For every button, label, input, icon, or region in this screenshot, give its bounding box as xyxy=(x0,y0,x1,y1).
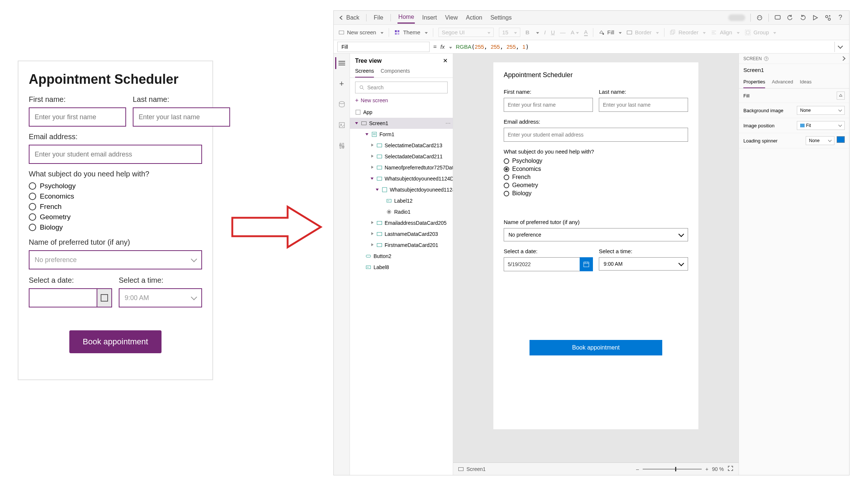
chevron-right-icon[interactable] xyxy=(841,57,845,60)
back-button[interactable]: Back xyxy=(339,14,360,21)
reorder-button[interactable]: Reorder xyxy=(670,29,706,35)
app-time-select[interactable]: 9:00 AM xyxy=(599,257,688,271)
tree-search-input[interactable]: Search xyxy=(355,82,448,93)
property-selector[interactable]: Fill xyxy=(337,42,430,52)
tree-tab-components[interactable]: Components xyxy=(381,68,410,78)
new-screen-button[interactable]: New screen xyxy=(339,29,383,35)
fx-dropdown[interactable] xyxy=(448,44,452,50)
tree-item-subject[interactable]: Whatsubjectdoyouneed1124DataCar… xyxy=(350,173,453,184)
align-button[interactable]: Align xyxy=(711,29,739,35)
tutor-select[interactable]: No preference xyxy=(29,250,202,269)
app-book-button[interactable]: Book appointment xyxy=(530,340,662,355)
tree-item-selecttime[interactable]: SelectatimeDataCard213 xyxy=(350,140,453,151)
prop-bg-select[interactable]: None xyxy=(797,106,845,115)
tree-item-label12[interactable]: Label12 xyxy=(350,195,453,206)
time-select[interactable]: 9:00 AM xyxy=(119,288,202,307)
app-radio-biology[interactable] xyxy=(504,191,509,196)
fit-to-window-icon[interactable] xyxy=(728,465,733,472)
tree-item-email[interactable]: EmailaddressDataCard205 xyxy=(350,217,453,228)
app-radio-economics[interactable] xyxy=(504,166,509,172)
book-appointment-button[interactable]: Book appointment xyxy=(69,330,161,353)
tree-tab-screens[interactable]: Screens xyxy=(355,68,374,78)
group-button[interactable]: Group xyxy=(745,29,777,35)
media-rail-button[interactable] xyxy=(336,119,348,131)
highlight-icon[interactable]: A xyxy=(584,29,588,36)
tree-item-tutor[interactable]: Nameofpreferredtutor7257DataCard… xyxy=(350,162,453,173)
app-screen1[interactable]: Appointment Scheduler First name: Last n… xyxy=(493,62,698,429)
font-size-select[interactable]: 15 xyxy=(499,28,520,37)
email-input[interactable] xyxy=(29,145,202,164)
fill-edit-button[interactable] xyxy=(837,92,845,100)
zoom-out-button[interactable]: – xyxy=(636,466,639,472)
calendar-button[interactable] xyxy=(97,288,112,307)
prop-spinner-select[interactable]: None xyxy=(806,136,834,145)
radio-french[interactable] xyxy=(29,203,36,210)
tools-rail-button[interactable] xyxy=(336,140,348,152)
info-icon[interactable]: ? xyxy=(764,56,768,61)
prop-imgpos-select[interactable]: Fit xyxy=(797,121,845,130)
app-radio-french[interactable] xyxy=(504,175,509,180)
app-email-input[interactable] xyxy=(504,128,688,142)
more-icon[interactable]: ⋯ xyxy=(445,120,451,126)
prop-tab-advanced[interactable]: Advanced xyxy=(772,76,793,88)
tab-insert[interactable]: Insert xyxy=(421,12,438,23)
help-icon[interactable]: ? xyxy=(837,14,844,21)
tree-item-radio1[interactable]: Radio1 xyxy=(350,206,453,217)
app-date-input[interactable] xyxy=(504,257,580,271)
tree-item-firstname[interactable]: FirstnameDataCard201 xyxy=(350,240,453,251)
expand-formula-button[interactable] xyxy=(834,42,846,52)
radio-psychology[interactable] xyxy=(29,182,36,190)
data-rail-button[interactable] xyxy=(336,99,348,110)
redo-icon[interactable] xyxy=(799,14,806,21)
tree-view-rail-button[interactable] xyxy=(335,57,347,69)
tree-item-app[interactable]: App xyxy=(350,107,453,118)
close-icon[interactable]: ✕ xyxy=(443,57,448,64)
tree-item-button2[interactable]: Button2 xyxy=(350,251,453,262)
app-last-input[interactable] xyxy=(599,98,688,112)
italic-icon[interactable]: I xyxy=(544,29,546,35)
comments-icon[interactable] xyxy=(774,14,781,21)
bold-icon[interactable]: B xyxy=(525,29,530,35)
tab-view[interactable]: View xyxy=(444,12,458,23)
tab-file[interactable]: File xyxy=(373,12,384,23)
last-name-input[interactable] xyxy=(133,107,230,127)
theme-button[interactable]: Theme xyxy=(394,29,428,35)
play-icon[interactable] xyxy=(812,14,819,21)
font-color-icon[interactable]: A xyxy=(571,29,579,35)
zoom-in-button[interactable]: + xyxy=(705,466,708,472)
tree-new-screen-button[interactable]: +New screen xyxy=(355,97,448,104)
radio-biology[interactable] xyxy=(29,224,36,231)
radio-economics[interactable] xyxy=(29,193,36,200)
tree-item-selectdate[interactable]: SelectadateDataCard211 xyxy=(350,151,453,162)
strike-icon[interactable]: — xyxy=(560,29,566,35)
tab-settings[interactable]: Settings xyxy=(490,12,513,23)
tree-item-subject-vert[interactable]: Whatsubjectdoyouneed1124Vert… xyxy=(350,184,453,195)
tree-item-screen1[interactable]: Screen1⋯ xyxy=(350,118,453,129)
app-radio-psychology[interactable] xyxy=(504,158,509,164)
tree-item-lastname[interactable]: LastnameDataCard203 xyxy=(350,228,453,240)
insert-rail-button[interactable]: + xyxy=(336,78,348,90)
app-calendar-button[interactable] xyxy=(580,257,593,271)
border-button[interactable]: Border xyxy=(627,29,659,35)
date-input[interactable] xyxy=(29,288,97,307)
app-radio-geometry[interactable] xyxy=(504,183,509,188)
tree-item-form1[interactable]: Form1 xyxy=(350,129,453,140)
app-tutor-select[interactable]: No preference xyxy=(504,228,688,241)
underline-icon[interactable]: U xyxy=(551,29,555,35)
prop-tab-ideas[interactable]: Ideas xyxy=(800,76,812,88)
zoom-slider[interactable] xyxy=(643,469,702,469)
share-icon[interactable] xyxy=(824,14,831,21)
formula-input[interactable]: RGBA(255, 255, 255, 1) xyxy=(456,44,831,50)
app-first-input[interactable] xyxy=(504,98,593,112)
spinner-color-swatch[interactable] xyxy=(837,136,845,143)
tab-home[interactable]: Home xyxy=(397,11,415,24)
virtual-agent-icon[interactable] xyxy=(756,14,763,21)
undo-icon[interactable] xyxy=(787,14,794,21)
prop-tab-properties[interactable]: Properties xyxy=(743,76,765,88)
tab-action[interactable]: Action xyxy=(465,12,483,23)
font-select[interactable]: Segoe UI xyxy=(438,28,494,37)
first-name-input[interactable] xyxy=(29,107,126,127)
fill-button[interactable]: Fill xyxy=(598,29,622,35)
tree-item-label8[interactable]: Label8 xyxy=(350,262,453,273)
radio-geometry[interactable] xyxy=(29,213,36,221)
